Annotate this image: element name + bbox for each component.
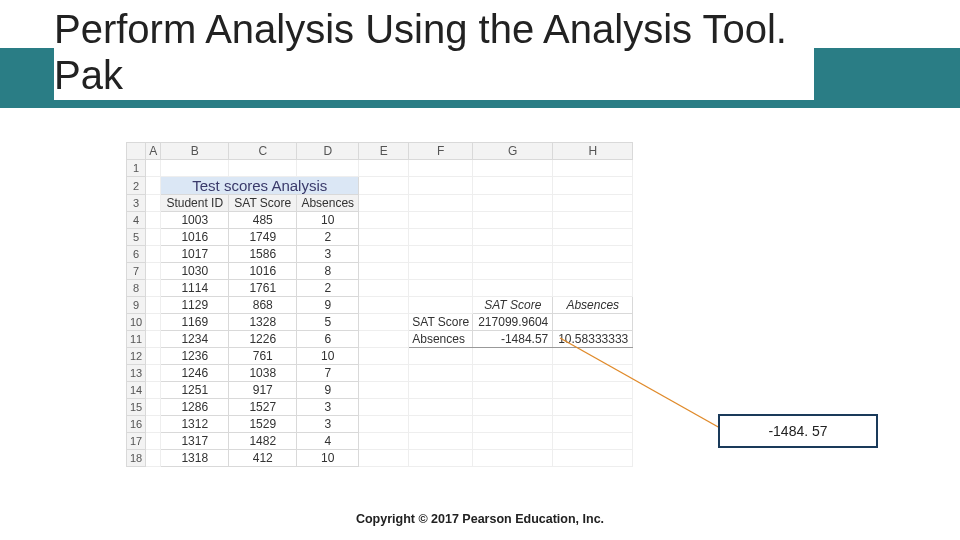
col-A: A: [146, 143, 161, 160]
cell: 1003: [161, 212, 229, 229]
cov-row2-label: Absences: [409, 331, 473, 348]
callout-value: -1484. 57: [768, 423, 827, 439]
hdr-absences: Absences: [297, 195, 359, 212]
cell: 10: [297, 212, 359, 229]
cov-hdr-sat: SAT Score: [473, 297, 553, 314]
spreadsheet: A B C D E F G H 1 2 Test scores Analysis…: [126, 142, 726, 467]
col-C: C: [229, 143, 297, 160]
corner-cell: [127, 143, 146, 160]
col-E: E: [359, 143, 409, 160]
cov-row1-label: SAT Score: [409, 314, 473, 331]
row-1: 1: [127, 160, 146, 177]
callout-box: -1484. 57: [718, 414, 878, 448]
table-title: Test scores Analysis: [161, 177, 359, 195]
cov-abs-abs: 10.58333333: [553, 331, 633, 348]
hdr-student-id: Student ID: [161, 195, 229, 212]
row-2: 2: [127, 177, 146, 195]
col-D: D: [297, 143, 359, 160]
cov-abs-sat: -1484.57: [473, 331, 553, 348]
hdr-sat-score: SAT Score: [229, 195, 297, 212]
row-3: 3: [127, 195, 146, 212]
page-title: Perform Analysis Using the Analysis Tool…: [54, 6, 814, 100]
cov-sat-sat: 217099.9604: [473, 314, 553, 331]
col-F: F: [409, 143, 473, 160]
col-G: G: [473, 143, 553, 160]
cell: 485: [229, 212, 297, 229]
copyright-footer: Copyright © 2017 Pearson Education, Inc.: [0, 512, 960, 526]
col-B: B: [161, 143, 229, 160]
grid-table: A B C D E F G H 1 2 Test scores Analysis…: [126, 142, 633, 467]
col-H: H: [553, 143, 633, 160]
cov-hdr-abs: Absences: [553, 297, 633, 314]
